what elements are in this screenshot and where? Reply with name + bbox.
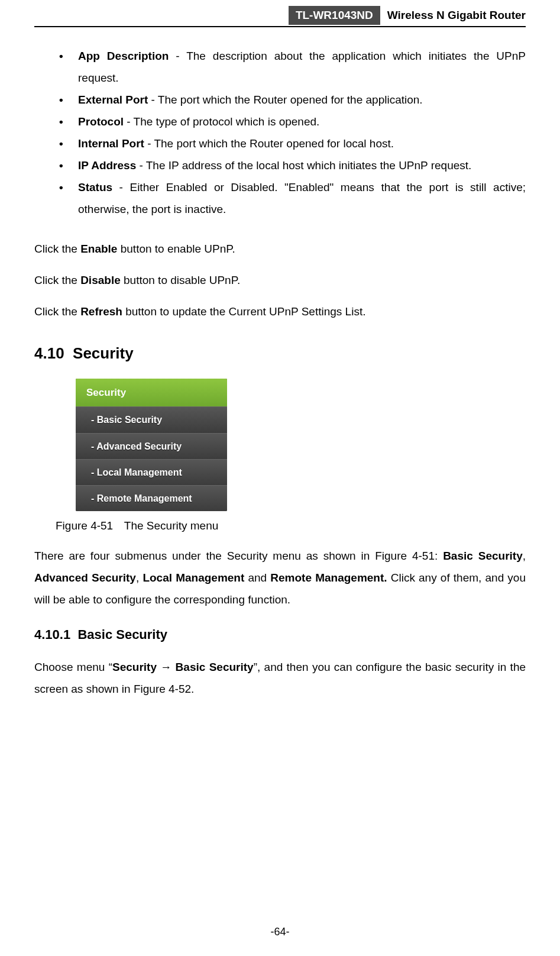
basic-security-label: Basic Security xyxy=(443,550,523,562)
disable-instruction: Click the Disable button to disable UPnP… xyxy=(34,269,526,291)
refresh-instruction: Click the Refresh button to update the C… xyxy=(34,301,526,322)
local-management-label: Local Management xyxy=(143,571,244,584)
text: button to disable UPnP. xyxy=(121,274,240,286)
list-item: IP Address - The IP address of the local… xyxy=(59,154,526,176)
desc: - The port which the Router opened for l… xyxy=(144,137,394,150)
menu-item-local-management: - Local Management xyxy=(76,459,227,485)
desc: - The port which the Router opened for t… xyxy=(148,93,422,106)
text: Click the xyxy=(34,305,80,318)
menu-item-remote-management: - Remote Management xyxy=(76,485,227,511)
remote-management-label: Remote Management. xyxy=(270,571,387,584)
menu-box: Security - Basic Security - Advanced Sec… xyxy=(76,379,227,511)
figure-caption: Figure 4-51 The Security menu xyxy=(56,515,526,537)
security-description: There are four submenus under the Securi… xyxy=(34,545,526,611)
list-item: Protocol - The type of protocol which is… xyxy=(59,111,526,133)
enable-label: Enable xyxy=(80,243,117,255)
basic-security-instruction: Choose menu “Security → Basic Security”,… xyxy=(34,656,526,700)
text: There are four submenus under the Securi… xyxy=(34,550,443,562)
text: button to enable UPnP. xyxy=(117,243,235,255)
text: Choose menu “ xyxy=(34,661,112,673)
text: Click the xyxy=(34,243,80,255)
section-title: Security xyxy=(73,344,134,362)
menu-item-advanced-security: - Advanced Security xyxy=(76,433,227,459)
list-item: External Port - The port which the Route… xyxy=(59,89,526,111)
term: External Port xyxy=(78,93,148,106)
subsection-heading: 4.10.1 Basic Security xyxy=(34,622,526,648)
term: Internal Port xyxy=(78,137,144,150)
list-item: Status - Either Enabled or Disabled. "En… xyxy=(59,176,526,220)
section-heading: 4.10 Security xyxy=(34,338,526,369)
text: , xyxy=(523,550,526,562)
product-title: Wireless N Gigabit Router xyxy=(380,9,526,22)
desc: - The IP address of the local host which… xyxy=(136,159,471,172)
term: Protocol xyxy=(78,115,124,128)
text: , xyxy=(136,571,143,584)
term: Status xyxy=(78,181,112,193)
desc: - Either Enabled or Disabled. "Enabled" … xyxy=(78,181,526,215)
desc: - The type of protocol which is opened. xyxy=(124,115,319,128)
enable-instruction: Click the Enable button to enable UPnP. xyxy=(34,238,526,260)
text: and xyxy=(244,571,270,584)
list-item: Internal Port - The port which the Route… xyxy=(59,133,526,154)
model-badge: TL-WR1043ND xyxy=(289,6,380,25)
text: Click the xyxy=(34,274,80,286)
list-item: App Description - The description about … xyxy=(59,45,526,89)
text: button to update the Current UPnP Settin… xyxy=(122,305,366,318)
refresh-label: Refresh xyxy=(80,305,122,318)
menu-header-security: Security xyxy=(76,379,227,406)
section-number: 4.10 xyxy=(34,344,64,362)
page-header: TL-WR1043ND Wireless N Gigabit Router xyxy=(34,0,526,27)
subsection-title: Basic Security xyxy=(77,627,167,642)
definition-list: App Description - The description about … xyxy=(34,45,526,220)
advanced-security-label: Advanced Security xyxy=(34,571,136,584)
subsection-number: 4.10.1 xyxy=(34,627,70,642)
security-menu-figure: Security - Basic Security - Advanced Sec… xyxy=(76,379,526,511)
term: IP Address xyxy=(78,159,136,172)
page-number: -64- xyxy=(0,926,560,938)
menu-path: Security → Basic Security xyxy=(112,661,254,673)
term: App Description xyxy=(78,50,169,62)
menu-item-basic-security: - Basic Security xyxy=(76,406,227,432)
page-content: App Description - The description about … xyxy=(34,45,526,700)
disable-label: Disable xyxy=(80,274,121,286)
